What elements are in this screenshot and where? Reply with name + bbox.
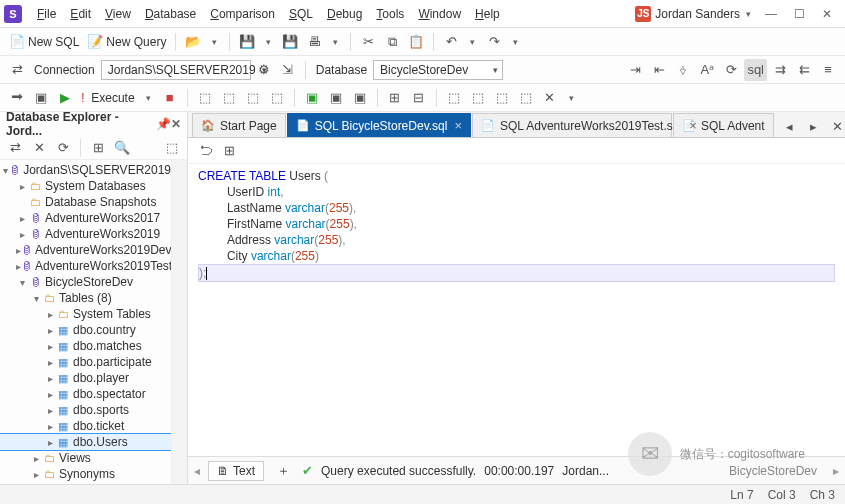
pin-icon[interactable]: 📌 [156, 117, 171, 131]
explorer-close-icon[interactable]: ✕ [171, 117, 181, 131]
exec-tool2[interactable]: ▣ [30, 87, 52, 109]
save-all-button[interactable]: 💾 [279, 31, 301, 53]
tree-node-system-tables[interactable]: ▸🗀System Tables [0, 306, 171, 322]
tab-start-page[interactable]: 🏠Start Page [192, 113, 286, 137]
t2-sql[interactable]: sql [744, 59, 767, 81]
dbg3[interactable]: ⬚ [242, 87, 264, 109]
menu-tools[interactable]: Tools [369, 4, 411, 24]
menu-comparison[interactable]: Comparison [203, 4, 282, 24]
tab-scroll-right[interactable]: ▸ [803, 115, 825, 137]
dbg9[interactable]: ⊟ [408, 87, 430, 109]
exec-tool1[interactable]: ⮕ [6, 87, 28, 109]
save-button[interactable]: 💾 [236, 31, 258, 53]
sql-editor[interactable]: CREATE TABLE Users ( UserID int, LastNam… [188, 164, 845, 456]
paste-button[interactable]: 📋 [405, 31, 427, 53]
ex-t1[interactable]: ⇄ [4, 137, 26, 159]
connect-icon[interactable]: ⇄ [6, 59, 28, 81]
tree-node-views[interactable]: ▸🗀Views [0, 450, 171, 466]
print-button[interactable]: 🖶 [303, 31, 325, 53]
tree-node-dbo-sports[interactable]: ▸▦dbo.sports [0, 402, 171, 418]
text-tab[interactable]: 🗎 Text [208, 461, 264, 481]
tab-sql-advent[interactable]: 📄SQL Advent [673, 113, 774, 137]
tab-sql-bicyclestoredev-sql[interactable]: 📄SQL BicycleStoreDev.sql× [287, 113, 471, 137]
tree-node-system-databases[interactable]: ▸🗀System Databases [0, 178, 171, 194]
tree-node-dbo-spectator[interactable]: ▸▦dbo.spectator [0, 386, 171, 402]
tab-sql-adventureworks2019test-sql[interactable]: 📄SQL AdventureWorks2019Test.sql× [472, 113, 672, 137]
undo-button[interactable]: ↶ [440, 31, 462, 53]
run-button[interactable]: ▶ [54, 87, 76, 109]
tree-node-dbo-matches[interactable]: ▸▦dbo.matches [0, 338, 171, 354]
copy-button[interactable]: ⧉ [381, 31, 403, 53]
tree-node-dbo-users[interactable]: ▸▦dbo.Users [0, 434, 171, 450]
tab-close-icon[interactable]: × [454, 118, 462, 133]
database-combo[interactable]: BicycleStoreDev▾ [373, 60, 503, 80]
user-dropdown-icon[interactable]: ▾ [746, 9, 751, 19]
t2-e[interactable]: ⇇ [793, 59, 815, 81]
dbg14[interactable]: ✕ [539, 87, 561, 109]
foot-nav-right[interactable]: ▸ [833, 464, 839, 478]
dbg10[interactable]: ⬚ [443, 87, 465, 109]
menu-debug[interactable]: Debug [320, 4, 369, 24]
t2-d[interactable]: ⇉ [769, 59, 791, 81]
t2-a[interactable]: ⇥ [624, 59, 646, 81]
tree-node-bicyclestoredev[interactable]: ▾🛢BicycleStoreDev [0, 274, 171, 290]
minimize-button[interactable]: — [757, 4, 785, 24]
explorer-scrollbar[interactable] [171, 160, 187, 484]
tree-node-programmability[interactable]: ▸🗀Programmability [0, 482, 171, 484]
ex-t6[interactable]: ⬚ [161, 137, 183, 159]
dbg13[interactable]: ⬚ [515, 87, 537, 109]
dbg12[interactable]: ⬚ [491, 87, 513, 109]
tree-root[interactable]: ▾🛢JordanS\SQLSERVER2019 [0, 162, 171, 178]
dbg7[interactable]: ▣ [349, 87, 371, 109]
t2-b[interactable]: ⇤ [648, 59, 670, 81]
dbg4[interactable]: ⬚ [266, 87, 288, 109]
t2-case[interactable]: Aᵃ [696, 59, 718, 81]
dbg5[interactable]: ▣ [301, 87, 323, 109]
explorer-tree[interactable]: ▾🛢JordanS\SQLSERVER2019 ▸🗀System Databas… [0, 160, 171, 484]
maximize-button[interactable]: ☐ [785, 4, 813, 24]
ex-t4[interactable]: ⊞ [87, 137, 109, 159]
menu-help[interactable]: Help [468, 4, 507, 24]
ed-t1[interactable]: ⮌ [194, 140, 216, 162]
menu-edit[interactable]: Edit [63, 4, 98, 24]
redo-button[interactable]: ↷ [483, 31, 505, 53]
dbg11[interactable]: ⬚ [467, 87, 489, 109]
open-button[interactable]: 📂 [182, 31, 204, 53]
tree-node-dbo-ticket[interactable]: ▸▦dbo.ticket [0, 418, 171, 434]
foot-nav-left[interactable]: ◂ [194, 464, 200, 478]
tree-node-adventureworks2019dev[interactable]: ▸🛢AdventureWorks2019Dev [0, 242, 171, 258]
ex-t3[interactable]: ⟳ [52, 137, 74, 159]
ex-t5[interactable]: 🔍 [111, 137, 133, 159]
menu-window[interactable]: Window [411, 4, 468, 24]
tree-node-synonyms[interactable]: ▸🗀Synonyms [0, 466, 171, 482]
new-sql-button[interactable]: 📄New SQL [6, 31, 82, 53]
user-name[interactable]: Jordan Sanders [655, 7, 740, 21]
conn-tool1[interactable]: ⚙ [253, 59, 275, 81]
cut-button[interactable]: ✂ [357, 31, 379, 53]
connection-combo[interactable]: JordanS\SQLSERVER2019▾ [101, 60, 251, 80]
tree-node-dbo-country[interactable]: ▸▦dbo.country [0, 322, 171, 338]
t2-c[interactable]: ⎀ [672, 59, 694, 81]
tree-node-tables--8-[interactable]: ▾🗀Tables (8) [0, 290, 171, 306]
menu-file[interactable]: File [30, 4, 63, 24]
tree-node-dbo-player[interactable]: ▸▦dbo.player [0, 370, 171, 386]
tree-node-database-snapshots[interactable]: 🗀Database Snapshots [0, 194, 171, 210]
stop-button[interactable]: ■ [159, 87, 181, 109]
tab-close-icon[interactable]: × [689, 118, 697, 133]
execute-button[interactable]: ! Execute [78, 87, 138, 109]
new-query-button[interactable]: 📝New Query [84, 31, 169, 53]
tree-node-adventureworks2019[interactable]: ▸🛢AdventureWorks2019 [0, 226, 171, 242]
tab-scroll-left[interactable]: ◂ [779, 115, 801, 137]
tab-close-all[interactable]: ✕ [827, 115, 845, 137]
menu-database[interactable]: Database [138, 4, 203, 24]
tree-node-adventureworks2019test[interactable]: ▸🛢AdventureWorks2019Test [0, 258, 171, 274]
dbg2[interactable]: ⬚ [218, 87, 240, 109]
tree-node-dbo-participate[interactable]: ▸▦dbo.participate [0, 354, 171, 370]
menu-sql[interactable]: SQL [282, 4, 320, 24]
dbg6[interactable]: ▣ [325, 87, 347, 109]
ex-t2[interactable]: ✕ [28, 137, 50, 159]
t2-f[interactable]: ≡ [817, 59, 839, 81]
add-tab-button[interactable]: ＋ [272, 460, 294, 482]
conn-tool2[interactable]: ⇲ [277, 59, 299, 81]
ed-t2[interactable]: ⊞ [218, 140, 240, 162]
